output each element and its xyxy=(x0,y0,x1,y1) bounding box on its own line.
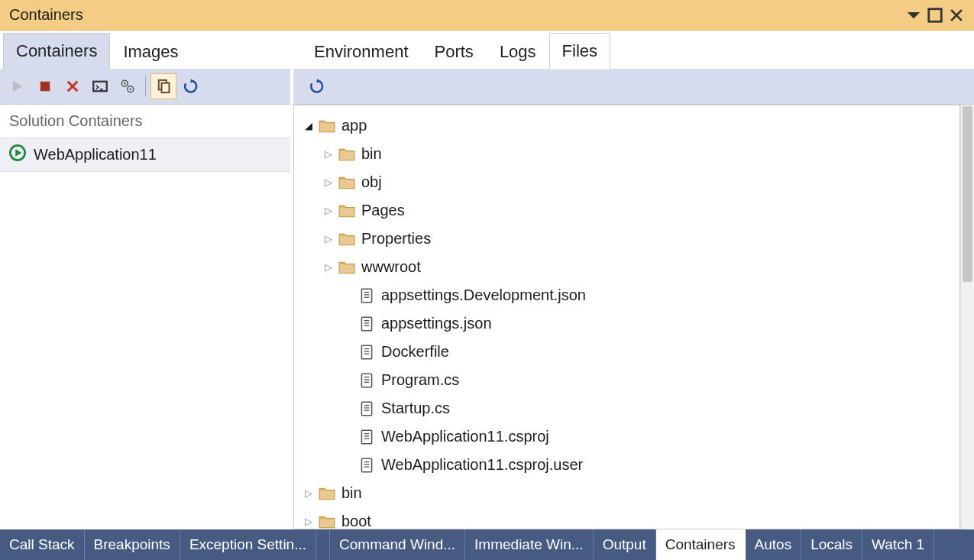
main-area: Solution Containers WebApplication11 ◢ap… xyxy=(0,104,974,529)
stop-button[interactable] xyxy=(32,73,58,99)
bottom-tab[interactable]: Exception Settin... xyxy=(180,529,316,560)
tree-row[interactable]: Dockerfile xyxy=(294,338,959,366)
solution-containers-header: Solution Containers xyxy=(0,105,290,138)
bottom-tab[interactable]: Immediate Win... xyxy=(465,529,594,560)
expand-icon[interactable]: ▷ xyxy=(322,261,335,273)
expand-icon[interactable]: ▷ xyxy=(322,205,335,216)
expand-icon[interactable]: ▷ xyxy=(322,176,335,188)
container-item[interactable]: WebApplication11 xyxy=(0,138,290,172)
scrollbar[interactable] xyxy=(960,105,974,529)
tree-row[interactable]: ▷bin xyxy=(294,140,959,168)
bottom-tab[interactable]: Call Stack xyxy=(0,529,85,560)
folder-icon xyxy=(317,514,337,529)
bottom-tab[interactable]: Command Wind... xyxy=(330,529,465,560)
toolbar-row xyxy=(0,69,974,104)
file-tree[interactable]: ◢app▷bin▷obj▷Pages▷Properties▷wwwrootapp… xyxy=(293,105,960,529)
tab-ports[interactable]: Ports xyxy=(422,34,487,70)
tree-item-label: Dockerfile xyxy=(381,343,449,361)
bottom-tab[interactable]: Locals xyxy=(801,529,862,560)
file-icon xyxy=(357,373,377,388)
refresh-left-button[interactable] xyxy=(178,73,204,99)
svg-rect-1 xyxy=(40,82,50,92)
expand-icon[interactable]: ▷ xyxy=(322,148,335,160)
tree-item-label: WebApplication11.csproj xyxy=(381,428,549,445)
folder-icon xyxy=(337,260,357,275)
bottom-tool-window-tabs: Call StackBreakpointsException Settin...… xyxy=(0,529,974,560)
tab-files[interactable]: Files xyxy=(549,33,610,70)
svg-point-4 xyxy=(124,83,126,85)
maximize-button[interactable] xyxy=(927,7,943,24)
tree-row[interactable]: ▷obj xyxy=(294,168,959,196)
expand-icon[interactable]: ▷ xyxy=(302,487,315,499)
container-item-label: WebApplication11 xyxy=(34,146,157,163)
file-icon xyxy=(357,401,377,416)
tree-row[interactable]: appsettings.json xyxy=(294,309,959,338)
folder-icon xyxy=(337,231,357,247)
right-panel: ◢app▷bin▷obj▷Pages▷Properties▷wwwrootapp… xyxy=(290,104,974,529)
settings-button[interactable] xyxy=(115,73,141,99)
svg-rect-22 xyxy=(361,374,371,387)
bottom-tab[interactable]: Containers xyxy=(656,529,746,560)
tree-row[interactable]: Program.cs xyxy=(294,366,959,394)
tree-item-label: Program.cs xyxy=(381,371,459,389)
start-button[interactable] xyxy=(5,73,31,99)
expand-icon[interactable]: ▷ xyxy=(322,233,335,244)
tree-row[interactable]: appsettings.Development.json xyxy=(294,281,959,309)
multi-container-button[interactable] xyxy=(150,73,176,99)
tree-item-label: Startup.cs xyxy=(381,400,450,417)
tree-row[interactable]: WebApplication11.csproj.user xyxy=(294,451,959,479)
tree-row[interactable]: Startup.cs xyxy=(294,394,959,422)
tree-item-label: boot xyxy=(341,513,371,529)
bottom-tab[interactable]: Autos xyxy=(746,529,802,560)
expand-icon[interactable]: ▷ xyxy=(302,516,315,527)
tree-row[interactable]: ▷Properties xyxy=(294,225,959,253)
terminal-button[interactable] xyxy=(87,73,113,99)
right-toolbar xyxy=(290,69,974,104)
svg-rect-34 xyxy=(361,458,371,472)
bottom-tab[interactable]: Breakpoints xyxy=(85,529,180,560)
folder-icon xyxy=(317,486,337,501)
tab-containers[interactable]: Containers xyxy=(3,33,110,70)
tree-row[interactable]: ▷bin xyxy=(294,479,959,507)
dropdown-button[interactable] xyxy=(905,7,922,24)
file-icon xyxy=(357,458,377,473)
collapse-icon[interactable]: ◢ xyxy=(302,120,315,131)
bottom-tab[interactable]: Watch 1 xyxy=(862,529,934,560)
file-icon xyxy=(357,429,377,445)
tree-row[interactable]: ◢app xyxy=(294,112,959,140)
run-icon xyxy=(9,144,26,165)
toolbar-separator xyxy=(145,76,146,96)
tree-item-label: app xyxy=(341,117,367,134)
tab-images[interactable]: Images xyxy=(110,34,191,70)
tab-environment[interactable]: Environment xyxy=(301,34,422,70)
remove-button[interactable] xyxy=(60,73,86,99)
tree-item-label: Pages xyxy=(361,202,405,219)
tree-row[interactable]: ▷wwwroot xyxy=(294,253,959,281)
tree-item-label: WebApplication11.csproj.user xyxy=(381,456,583,474)
tab-row: Containers Images Environment Ports Logs… xyxy=(0,31,974,69)
folder-icon xyxy=(337,203,357,218)
tab-logs[interactable]: Logs xyxy=(487,34,549,70)
tree-item-label: Properties xyxy=(361,230,431,248)
file-icon xyxy=(357,345,377,360)
tree-row[interactable]: WebApplication11.csproj xyxy=(294,422,959,451)
svg-rect-8 xyxy=(162,83,170,93)
folder-icon xyxy=(337,175,357,190)
bottom-tab[interactable]: Output xyxy=(594,529,656,560)
tree-row[interactable]: ▷boot xyxy=(294,507,959,529)
svg-rect-0 xyxy=(929,8,942,21)
tree-item-label: appsettings.json xyxy=(381,315,492,332)
left-panel: Solution Containers WebApplication11 xyxy=(0,104,290,529)
refresh-right-button[interactable] xyxy=(304,73,330,99)
right-tab-group: Environment Ports Logs Files xyxy=(290,31,974,69)
file-icon xyxy=(357,316,377,332)
tree-row[interactable]: ▷Pages xyxy=(294,196,959,225)
tree-item-label: appsettings.Development.json xyxy=(381,286,586,304)
window-title: Containers xyxy=(9,6,901,24)
svg-rect-26 xyxy=(361,402,371,416)
scrollbar-thumb[interactable] xyxy=(963,106,972,282)
close-button[interactable] xyxy=(948,7,965,24)
svg-rect-14 xyxy=(361,317,371,331)
bottom-tab-spacer xyxy=(316,529,330,560)
tree-item-label: wwwroot xyxy=(361,258,421,276)
